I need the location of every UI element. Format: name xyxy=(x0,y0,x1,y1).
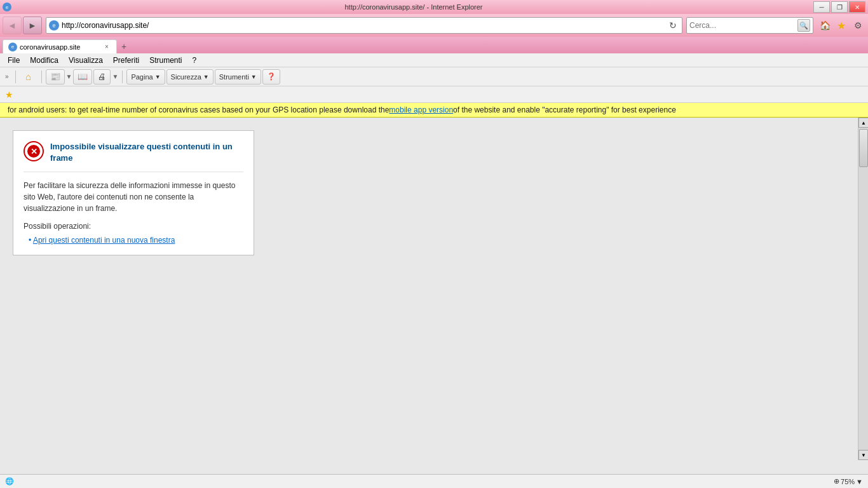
feed-chevron[interactable]: ▼ xyxy=(66,73,72,80)
read-icon: 📖 xyxy=(78,72,88,81)
banner-app-link[interactable]: mobile app version xyxy=(389,105,453,114)
window-title: http://coronavirusapp.site/ - Internet E… xyxy=(14,3,813,11)
favorites-bar-star-icon: ★ xyxy=(5,90,13,100)
minimize-button[interactable]: ─ xyxy=(813,1,830,13)
menu-strumenti[interactable]: Strumenti xyxy=(144,54,187,67)
browser-content: for android users: to get real-time numb… xyxy=(0,103,868,474)
error-actions-list: Apri questi contenuti in una nuova fines… xyxy=(24,236,243,245)
sicurezza-button[interactable]: Sicurezza ▼ xyxy=(166,69,214,85)
new-tab-button[interactable]: + xyxy=(117,39,131,53)
zoom-value: 75% xyxy=(841,478,855,485)
error-action-item: Apri questi contenuti in una nuova fines… xyxy=(29,236,243,245)
site-favicon: e xyxy=(49,20,59,30)
error-container: ✕ Impossibile visualizzare questi conten… xyxy=(13,130,254,255)
banner-text-after: of the website and enable "accurate repo… xyxy=(453,105,676,114)
title-bar-left: e xyxy=(3,3,14,11)
toolbar-home-button[interactable]: ⌂ xyxy=(20,69,37,85)
print-icon: 🖨 xyxy=(98,72,106,81)
browser-logo: e xyxy=(3,3,11,11)
toolbar-more-indicator[interactable]: » xyxy=(3,73,11,80)
scroll-down-button[interactable]: ▼ xyxy=(858,450,868,460)
scroll-track xyxy=(858,128,868,450)
window-controls: ─ ❐ ✕ xyxy=(813,1,865,13)
error-title: Impossibile visualizzare questi contenut… xyxy=(50,141,243,164)
nav-icons: 🏠 ★ ⚙ xyxy=(817,18,865,33)
home-toolbar-icon: ⌂ xyxy=(25,71,31,82)
menu-help[interactable]: ? xyxy=(187,54,202,67)
feed-button[interactable]: 📰 xyxy=(46,69,65,85)
error-x-icon: ✕ xyxy=(27,145,40,158)
error-icon-wrapper: ✕ xyxy=(24,141,44,161)
address-bar-wrapper: e ↻ xyxy=(46,17,682,34)
pagina-label: Pagina xyxy=(131,73,153,81)
menu-file[interactable]: File xyxy=(3,54,25,67)
vertical-scrollbar: ▲ ▼ xyxy=(858,118,868,460)
address-input[interactable] xyxy=(62,21,667,30)
error-ops-label: Possibili operazioni: xyxy=(24,222,243,231)
navigation-bar: ◄ ► e ↻ 🔍 🏠 ★ ⚙ xyxy=(0,14,868,37)
pagina-button[interactable]: Pagina ▼ xyxy=(126,69,165,85)
forward-icon: ► xyxy=(28,20,37,30)
forward-button[interactable]: ► xyxy=(23,17,42,34)
zoom-icon: ⊕ xyxy=(834,477,839,485)
status-bar: 🌐 ⊕ 75% ▼ xyxy=(0,474,868,488)
sicurezza-label: Sicurezza xyxy=(171,73,201,81)
feed-icon: 📰 xyxy=(50,72,60,81)
back-button[interactable]: ◄ xyxy=(3,17,22,34)
tab-1[interactable]: e coronavirusapp.site × xyxy=(3,39,117,53)
tab-close-button[interactable]: × xyxy=(102,43,111,51)
settings-icon: ⚙ xyxy=(854,20,862,30)
status-bar-right: ⊕ 75% ▼ xyxy=(834,477,863,485)
page-content: ✕ Impossibile visualizzare questi conten… xyxy=(0,118,868,474)
home-button[interactable]: 🏠 xyxy=(817,18,832,33)
strumenti-toolbar-button[interactable]: Strumenti ▼ xyxy=(215,69,261,85)
search-bar-wrapper: 🔍 xyxy=(686,17,813,34)
settings-button[interactable]: ⚙ xyxy=(850,18,865,33)
scroll-up-button[interactable]: ▲ xyxy=(858,118,868,128)
globe-icon: 🌐 xyxy=(5,477,14,485)
menu-bar: File Modifica Visualizza Preferiti Strum… xyxy=(0,53,868,67)
search-input[interactable] xyxy=(689,21,797,30)
toolbar-separator-2 xyxy=(41,71,42,83)
pagina-chevron: ▼ xyxy=(155,74,161,80)
back-icon: ◄ xyxy=(8,20,17,30)
strumenti-chevron: ▼ xyxy=(251,74,257,80)
home-icon: 🏠 xyxy=(820,20,831,30)
toolbar: » ⌂ 📰 ▼ 📖 🖨 ▼ Pagina ▼ Sicurezza ▼ Strum… xyxy=(0,67,868,86)
menu-preferiti[interactable]: Preferiti xyxy=(108,54,144,67)
help-toolbar-button[interactable]: ❓ xyxy=(262,69,280,85)
tab-favicon: e xyxy=(8,43,17,51)
toolbar-separator-1 xyxy=(15,71,16,83)
print-chevron[interactable]: ▼ xyxy=(112,73,118,80)
zoom-chevron-icon: ▼ xyxy=(856,478,863,485)
menu-modifica[interactable]: Modifica xyxy=(25,54,64,67)
title-bar: e http://coronavirusapp.site/ - Internet… xyxy=(0,0,868,14)
read-button[interactable]: 📖 xyxy=(73,69,92,85)
favorites-star-icon: ★ xyxy=(837,20,846,32)
tab-bar: e coronavirusapp.site × + xyxy=(0,37,868,53)
error-header: ✕ Impossibile visualizzare questi conten… xyxy=(24,141,243,172)
restore-button[interactable]: ❐ xyxy=(831,1,848,13)
info-banner: for android users: to get real-time numb… xyxy=(0,103,868,118)
toolbar-separator-3 xyxy=(122,71,123,83)
open-new-window-link[interactable]: Apri questi contenuti in una nuova fines… xyxy=(33,236,175,245)
browser-window: e http://coronavirusapp.site/ - Internet… xyxy=(0,0,868,488)
favorites-bar: ★ xyxy=(0,86,868,103)
zoom-control[interactable]: ⊕ 75% ▼ xyxy=(834,477,863,485)
search-button[interactable]: 🔍 xyxy=(797,19,810,32)
error-icon-label: ✕ xyxy=(31,147,37,156)
print-button[interactable]: 🖨 xyxy=(93,69,111,85)
favorites-button[interactable]: ★ xyxy=(834,18,849,33)
search-icon: 🔍 xyxy=(799,22,808,30)
scroll-thumb[interactable] xyxy=(859,129,868,167)
banner-text-before: for android users: to get real-time numb… xyxy=(8,105,389,114)
close-button[interactable]: ✕ xyxy=(849,1,865,13)
strumenti-toolbar-label: Strumenti xyxy=(219,73,249,81)
refresh-icon: ↻ xyxy=(669,20,677,30)
tab-title: coronavirusapp.site xyxy=(20,43,100,51)
sicurezza-chevron: ▼ xyxy=(203,74,209,80)
refresh-button[interactable]: ↻ xyxy=(667,19,679,32)
menu-visualizza[interactable]: Visualizza xyxy=(64,54,108,67)
help-toolbar-icon: ❓ xyxy=(267,72,276,81)
error-body: Per facilitare la sicurezza delle inform… xyxy=(24,180,243,214)
